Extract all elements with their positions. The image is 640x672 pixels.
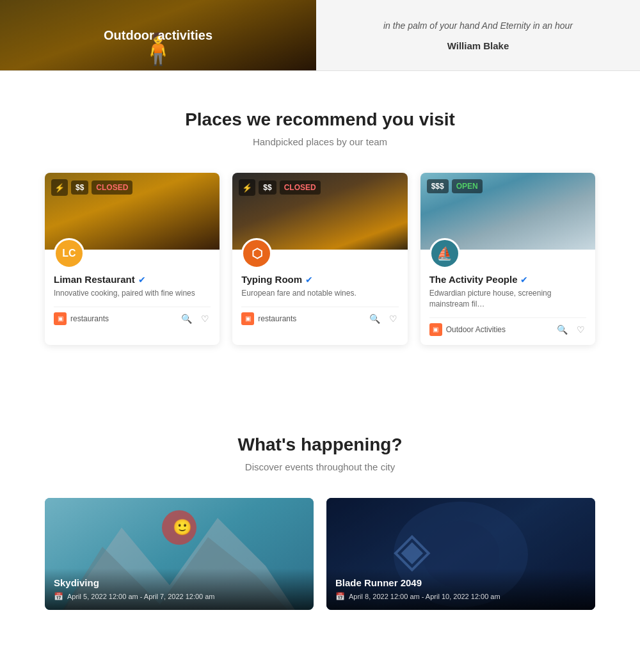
place-name-row-liman: Liman Restaurant ✔ [54, 274, 211, 285]
category-label-activity-people: Outdoor Activities [446, 325, 506, 334]
price-badge: $$ [71, 180, 88, 195]
search-button-typing-room[interactable]: 🔍 [368, 312, 381, 325]
place-card-body-typing-room: ⬡ Typing Room ✔ European fare and notabl… [232, 250, 407, 334]
card-badges-liman: ⚡ $$ CLOSED [51, 179, 132, 196]
place-category-activity-people: ▣ Outdoor Activities [429, 323, 506, 336]
verified-icon-typing-room: ✔ [305, 275, 313, 285]
place-actions-activity-people: 🔍 ♡ [556, 323, 586, 336]
event-date-skydiving: April 5, 2022 12:00 am - April 7, 2022 1… [67, 593, 215, 600]
places-title: Places we recommend you visit [45, 109, 595, 130]
search-button-liman[interactable]: 🔍 [180, 312, 193, 325]
event-overlay-skydiving: Skydiving 📅 April 5, 2022 12:00 am - Apr… [45, 568, 314, 610]
category-icon-activity-people: ▣ [429, 323, 442, 336]
quote-text: in the palm of your hand And Eternity in… [383, 19, 573, 33]
place-name-liman: Liman Restaurant [54, 274, 135, 285]
place-card-typing-room[interactable]: ⚡ $$ CLOSED ⬡ Typing Room ✔ European far… [232, 173, 407, 345]
event-date-row-blade-runner: 📅 April 8, 2022 12:00 am - April 10, 202… [335, 592, 586, 601]
event-date-row-skydiving: 📅 April 5, 2022 12:00 am - April 7, 2022… [54, 592, 305, 601]
places-section: Places we recommend you visit Handpicked… [0, 71, 640, 396]
events-section: What's happening? Discover events throug… [0, 396, 640, 648]
place-footer-activity-people: ▣ Outdoor Activities 🔍 ♡ [429, 317, 586, 336]
events-subtitle: Discover events throughout the city [45, 461, 595, 472]
category-icon-liman: ▣ [54, 312, 67, 325]
card-badges-typing-room: ⚡ $$ CLOSED [239, 179, 320, 196]
event-title-blade-runner: Blade Runner 2049 [335, 577, 586, 588]
price-badge: $$ [259, 180, 276, 195]
place-name-activity-people: The Activity People [429, 274, 518, 285]
outdoor-label: Outdoor activities [104, 28, 212, 43]
events-title: What's happening? [45, 435, 595, 455]
svg-text:🙂: 🙂 [173, 517, 192, 536]
category-label-typing-room: restaurants [258, 314, 296, 323]
place-card-liman[interactable]: ⚡ $$ CLOSED LC Liman Restaurant ✔ Innova… [45, 173, 220, 345]
event-card-blade-runner[interactable]: ◈ Blade Runner 2049 📅 April 8, 2022 12:0… [326, 498, 595, 610]
place-footer-typing-room: ▣ restaurants 🔍 ♡ [241, 307, 398, 325]
top-section: 🧍 Outdoor activities in the palm of your… [0, 0, 640, 70]
place-card-body-liman: LC Liman Restaurant ✔ Innovative cooking… [45, 250, 220, 334]
status-badge-closed: CLOSED [92, 180, 132, 195]
price-badge: $$$ [427, 179, 449, 193]
place-card-body-activity-people: ⛵ The Activity People ✔ Edwardian pictur… [420, 250, 595, 345]
avatar-activity-people: ⛵ [429, 238, 460, 269]
place-desc-typing-room: European fare and notable wines. [241, 288, 398, 299]
event-overlay-blade-runner: Blade Runner 2049 📅 April 8, 2022 12:00 … [326, 568, 595, 610]
place-category-liman: ▣ restaurants [54, 312, 109, 325]
verified-icon-activity-people: ✔ [520, 275, 528, 285]
favorite-button-typing-room[interactable]: ♡ [388, 312, 399, 325]
quote-card: in the palm of your hand And Eternity in… [316, 0, 640, 70]
lightning-badge: ⚡ [51, 179, 68, 196]
place-desc-activity-people: Edwardian picture house, screening mains… [429, 288, 586, 310]
place-desc-liman: Innovative cooking, paired with fine win… [54, 288, 211, 299]
place-name-row-typing-room: Typing Room ✔ [241, 274, 398, 285]
category-label-liman: restaurants [70, 314, 109, 323]
place-footer-liman: ▣ restaurants 🔍 ♡ [54, 307, 211, 325]
calendar-icon-skydiving: 📅 [54, 592, 63, 601]
event-title-skydiving: Skydiving [54, 577, 305, 588]
places-subtitle: Handpicked places by our team [45, 136, 595, 147]
place-card-activity-people[interactable]: $$$ OPEN ⛵ The Activity People ✔ Edwardi… [420, 173, 595, 345]
search-button-activity-people[interactable]: 🔍 [556, 323, 569, 336]
place-actions-liman: 🔍 ♡ [180, 312, 211, 325]
favorite-button-liman[interactable]: ♡ [200, 312, 211, 325]
quote-author: William Blake [447, 40, 509, 51]
verified-icon-liman: ✔ [138, 275, 146, 285]
card-badges-activity-people: $$$ OPEN [427, 179, 483, 193]
category-icon-typing-room: ▣ [241, 312, 254, 325]
status-badge-closed: CLOSED [280, 180, 321, 195]
outdoor-card[interactable]: 🧍 Outdoor activities [0, 0, 316, 70]
calendar-icon-blade-runner: 📅 [335, 592, 345, 601]
events-cards-grid: 🙂 Skydiving 📅 April 5, 2022 12:00 am - A… [45, 498, 595, 610]
status-badge-open: OPEN [452, 179, 483, 193]
avatar-liman: LC [54, 238, 84, 269]
favorite-button-activity-people[interactable]: ♡ [575, 323, 586, 336]
place-name-typing-room: Typing Room [241, 274, 302, 285]
avatar-typing-room: ⬡ [241, 238, 272, 269]
event-date-blade-runner: April 8, 2022 12:00 am - April 10, 2022 … [349, 593, 500, 600]
event-card-skydiving[interactable]: 🙂 Skydiving 📅 April 5, 2022 12:00 am - A… [45, 498, 314, 610]
place-actions-typing-room: 🔍 ♡ [368, 312, 399, 325]
places-cards-grid: ⚡ $$ CLOSED LC Liman Restaurant ✔ Innova… [45, 173, 595, 345]
place-name-row-activity-people: The Activity People ✔ [429, 274, 586, 285]
place-category-typing-room: ▣ restaurants [241, 312, 296, 325]
lightning-badge: ⚡ [239, 179, 255, 196]
